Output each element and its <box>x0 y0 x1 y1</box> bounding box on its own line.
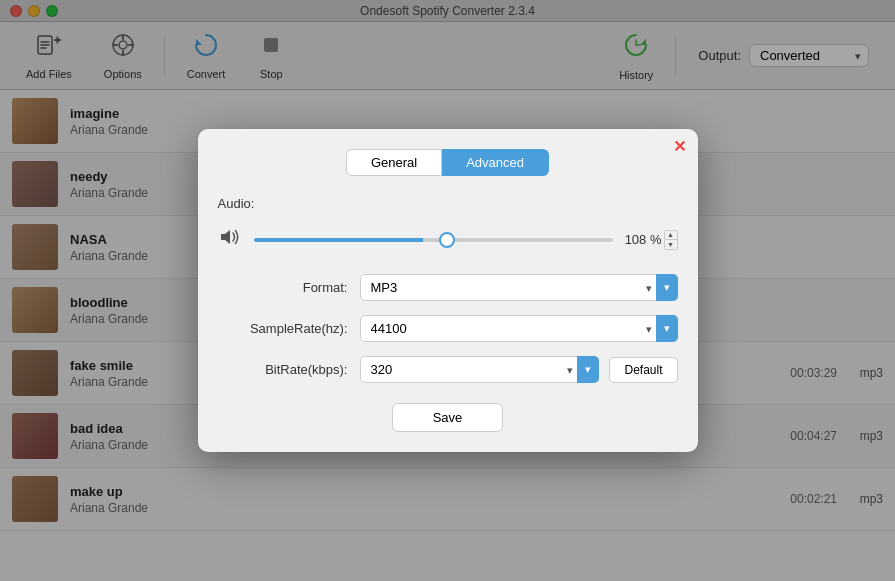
save-button[interactable]: Save <box>392 403 504 432</box>
settings-modal: ✕ General Advanced Audio: 108 % ▲ ▼ <box>198 129 698 452</box>
samplerate-select-wrapper: 44100 22050 48000 ▾ <box>360 315 678 342</box>
volume-decrement[interactable]: ▼ <box>664 240 678 250</box>
bitrate-label: BitRate(kbps): <box>218 362 348 377</box>
format-select-wrapper: MP3 AAC FLAC WAV OGG ▾ <box>360 274 678 301</box>
format-label: Format: <box>218 280 348 295</box>
tab-advanced[interactable]: Advanced <box>442 149 549 176</box>
modal-close-button[interactable]: ✕ <box>673 137 686 156</box>
volume-slider[interactable] <box>254 238 613 242</box>
volume-percent-value: 108 % <box>625 232 662 247</box>
default-button[interactable]: Default <box>609 357 677 383</box>
svg-marker-17 <box>221 230 230 244</box>
format-select-arrow[interactable]: ▾ <box>656 274 678 301</box>
volume-increment[interactable]: ▲ <box>664 230 678 240</box>
samplerate-row: SampleRate(hz): 44100 22050 48000 ▾ <box>218 315 678 342</box>
volume-percent-area: 108 % ▲ ▼ <box>625 230 678 250</box>
bitrate-select[interactable]: 320 256 192 128 64 <box>360 356 600 383</box>
bitrate-select-wrapper: 320 256 192 128 64 ▾ <box>360 356 600 383</box>
samplerate-label: SampleRate(hz): <box>218 321 348 336</box>
modal-tabs: General Advanced <box>218 149 678 176</box>
format-row: Format: MP3 AAC FLAC WAV OGG ▾ <box>218 274 678 301</box>
bitrate-row: BitRate(kbps): 320 256 192 128 64 ▾ Defa… <box>218 356 678 383</box>
audio-section-label: Audio: <box>218 196 678 211</box>
format-select[interactable]: MP3 AAC FLAC WAV OGG <box>360 274 678 301</box>
tab-general[interactable]: General <box>346 149 442 176</box>
volume-row: 108 % ▲ ▼ <box>218 225 678 254</box>
bitrate-select-arrow[interactable]: ▾ <box>577 356 599 383</box>
modal-footer: Save <box>218 403 678 432</box>
samplerate-select[interactable]: 44100 22050 48000 <box>360 315 678 342</box>
settings-modal-overlay: ✕ General Advanced Audio: 108 % ▲ ▼ <box>0 0 895 581</box>
volume-icon <box>218 225 242 254</box>
samplerate-select-arrow[interactable]: ▾ <box>656 315 678 342</box>
volume-spinner: ▲ ▼ <box>664 230 678 250</box>
